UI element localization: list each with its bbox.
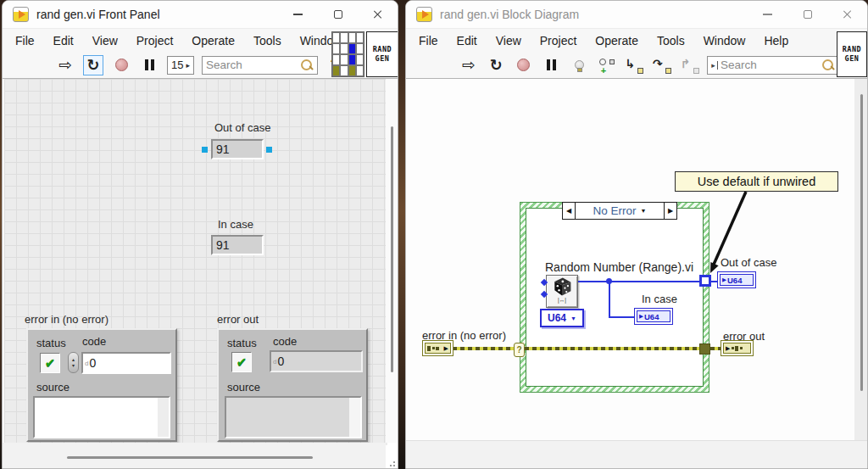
- source-field[interactable]: [33, 396, 170, 438]
- error-output-tunnel[interactable]: [699, 343, 710, 355]
- connector-pane-icon[interactable]: [331, 31, 364, 77]
- case-selector-terminal[interactable]: ?: [514, 343, 525, 357]
- status-label: status: [36, 337, 66, 349]
- highlight-execution-button[interactable]: [569, 55, 589, 75]
- front-panel-canvas[interactable]: Out of case 91 In case 91 error in (no e…: [4, 79, 387, 445]
- vertical-scrollbar-thumb[interactable]: [860, 94, 863, 391]
- code-label: code: [273, 335, 297, 348]
- numeric-wire-branch[interactable]: [609, 316, 634, 318]
- run-button[interactable]: ⇨: [55, 55, 75, 75]
- font-size-selector[interactable]: 15 ▸: [167, 56, 194, 75]
- next-case-icon[interactable]: ▶: [664, 203, 676, 219]
- horizontal-scrollbar[interactable]: [406, 440, 867, 468]
- run-button[interactable]: ⇨: [459, 55, 479, 75]
- menu-tools[interactable]: Tools: [648, 34, 694, 47]
- resize-grip[interactable]: [393, 461, 395, 463]
- vertical-scrollbar[interactable]: [854, 79, 867, 440]
- error-out-cluster[interactable]: status code ✔ d 0 source: [217, 328, 368, 442]
- step-out-button[interactable]: ↱: [680, 55, 700, 75]
- code-field[interactable]: d 0: [270, 350, 363, 372]
- case-selector-label[interactable]: ◀ No Error ▼ ▶: [562, 202, 677, 220]
- out-of-case-indicator[interactable]: 91: [211, 139, 264, 159]
- status-checkbox[interactable]: ✔: [231, 352, 252, 372]
- close-button[interactable]: [358, 1, 398, 28]
- random-number-subvi[interactable]: |↔|: [546, 275, 578, 308]
- out-of-case-label: Out of case: [721, 256, 776, 269]
- block-diagram-toolbar: ⇨ ↻ + ↳ ↷ ↱ ▸ ?: [406, 52, 867, 79]
- spin-up-icon: ▴: [72, 357, 75, 363]
- menu-tools[interactable]: Tools: [244, 34, 291, 47]
- close-button[interactable]: [827, 1, 867, 28]
- menu-view[interactable]: View: [487, 34, 531, 47]
- run-continuously-button[interactable]: ↻: [83, 55, 103, 75]
- free-label[interactable]: Use default if unwired: [675, 171, 838, 192]
- out-of-case-label: Out of case: [214, 121, 270, 134]
- case-dropdown-icon[interactable]: ▼: [641, 208, 647, 214]
- abort-button[interactable]: [111, 55, 131, 75]
- abort-button[interactable]: [514, 55, 534, 75]
- in-case-label: In case: [218, 218, 253, 231]
- horizontal-scrollbar-thumb[interactable]: [67, 456, 313, 459]
- error-out-terminal[interactable]: ▶: [721, 340, 754, 356]
- previous-case-icon[interactable]: ◀: [563, 203, 576, 219]
- code-field[interactable]: d 0: [81, 352, 171, 374]
- error-wire[interactable]: [525, 347, 699, 350]
- retain-wire-values-button[interactable]: +: [597, 55, 617, 75]
- pause-button[interactable]: [542, 55, 562, 75]
- code-spinner[interactable]: ▴ ▾: [68, 352, 79, 373]
- selection-handle-right[interactable]: [266, 147, 272, 153]
- selection-handle-left[interactable]: [202, 147, 208, 153]
- menu-operate[interactable]: Operate: [586, 34, 648, 47]
- menu-operate[interactable]: Operate: [182, 34, 244, 47]
- vertical-scrollbar-thumb[interactable]: [391, 126, 393, 372]
- search-field[interactable]: [202, 56, 318, 75]
- code-label: code: [82, 335, 106, 348]
- vi-icon[interactable]: RAND GEN: [837, 31, 867, 77]
- close-icon: [843, 9, 853, 20]
- numeric-wire[interactable]: [578, 281, 701, 282]
- minimize-button[interactable]: [278, 1, 318, 28]
- step-over-button[interactable]: ↷: [652, 55, 672, 75]
- menu-view[interactable]: View: [83, 34, 127, 47]
- search-input[interactable]: [721, 59, 821, 71]
- horizontal-scrollbar[interactable]: [3, 443, 386, 468]
- menu-edit[interactable]: Edit: [44, 34, 83, 47]
- minimize-button[interactable]: [748, 1, 787, 28]
- run-continuously-button[interactable]: ↻: [487, 55, 507, 75]
- maximize-button[interactable]: [318, 1, 358, 28]
- error-wire[interactable]: [453, 347, 514, 350]
- close-icon: [373, 9, 383, 20]
- menu-window[interactable]: Window: [694, 34, 755, 47]
- in-case-indicator[interactable]: 91: [211, 235, 264, 255]
- vi-icon[interactable]: RAND GEN: [366, 31, 398, 77]
- block-diagram-titlebar[interactable]: rand gen.vi Block Diagram: [406, 1, 867, 28]
- font-size-value: 15: [171, 59, 183, 71]
- polymorphic-selector[interactable]: U64 ▼: [540, 309, 584, 327]
- vertical-scrollbar[interactable]: [386, 79, 398, 443]
- menu-edit[interactable]: Edit: [448, 34, 487, 47]
- menu-project[interactable]: Project: [531, 34, 587, 47]
- case-tunnel[interactable]: [699, 275, 711, 287]
- menu-help[interactable]: Help: [754, 34, 798, 47]
- menu-project[interactable]: Project: [127, 34, 183, 47]
- source-field[interactable]: [225, 396, 362, 438]
- pause-button[interactable]: [139, 55, 159, 75]
- error-in-terminal[interactable]: ▶: [422, 340, 453, 356]
- in-case-terminal[interactable]: ▶U64: [634, 308, 673, 325]
- front-panel-titlebar[interactable]: rand gen.vi Front Panel: [3, 1, 398, 28]
- block-diagram-canvas[interactable]: ◀ No Error ▼ ▶ Use default if unwired Ra…: [406, 79, 855, 442]
- search-field[interactable]: ▸: [707, 56, 839, 75]
- status-label: status: [227, 337, 257, 349]
- numeric-wire-branch[interactable]: [609, 281, 610, 318]
- maximize-button[interactable]: [787, 1, 827, 28]
- error-in-cluster[interactable]: status code ✔ ▴ ▾ d 0 source: [26, 328, 177, 442]
- menu-file[interactable]: File: [6, 34, 44, 47]
- search-input[interactable]: [206, 59, 300, 71]
- step-into-button[interactable]: ↳: [625, 55, 645, 75]
- error-wire[interactable]: [710, 347, 721, 350]
- play-icon: [19, 10, 25, 19]
- status-checkbox[interactable]: ✔: [40, 353, 60, 373]
- menu-file[interactable]: File: [409, 34, 448, 47]
- out-of-case-terminal[interactable]: ▶U64: [717, 271, 756, 288]
- source-label: source: [227, 381, 260, 394]
